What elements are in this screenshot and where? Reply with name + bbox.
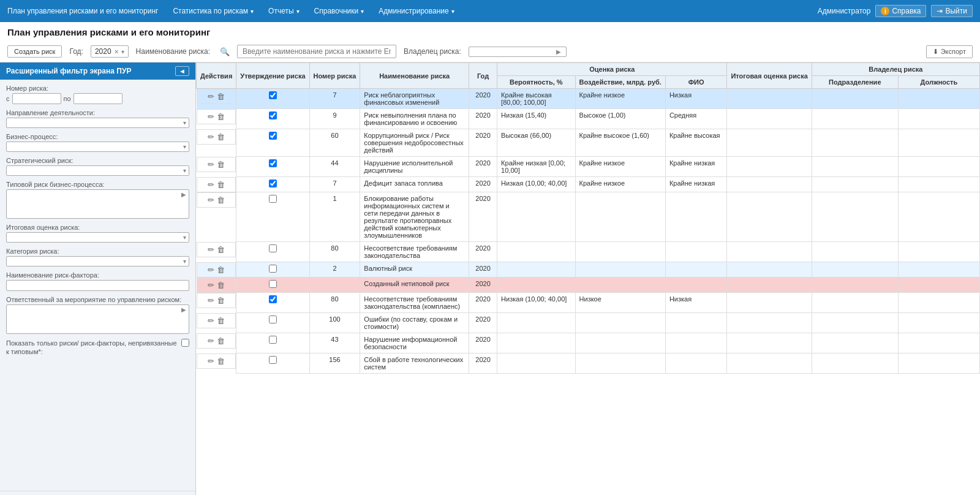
page-title: План управления рисками и его мониторинг <box>7 27 973 37</box>
delete-icon[interactable]: 🗑 <box>217 195 225 205</box>
category-select[interactable]: ▾ <box>6 256 189 266</box>
page-header-section: План управления рисками и его мониторинг <box>0 22 980 40</box>
delete-icon[interactable]: 🗑 <box>217 180 225 189</box>
approval-checkbox[interactable] <box>269 195 277 203</box>
impact-cell <box>575 192 665 242</box>
fio-cell <box>727 333 812 353</box>
delete-icon[interactable]: 🗑 <box>217 296 225 305</box>
number-cell: 43 <box>309 333 360 353</box>
edit-icon[interactable]: ✏ <box>208 160 214 169</box>
impact-cell <box>575 262 665 278</box>
col-year: Год <box>469 63 497 89</box>
subdivision-cell <box>812 293 898 313</box>
impact-cell <box>575 242 665 262</box>
responsible-select[interactable]: ▶ <box>6 304 189 334</box>
strategic-risk-select[interactable]: ▾ <box>6 165 189 176</box>
delete-icon[interactable]: 🗑 <box>217 160 225 169</box>
nav-item-references[interactable]: Справочники ▾ <box>314 7 364 15</box>
table-row: ✏ 🗑 7Дефицит запаса топлива2020Низкая (1… <box>197 177 980 192</box>
total-score-cell: Низкая <box>665 89 727 109</box>
approval-checkbox[interactable] <box>269 111 277 119</box>
position-cell <box>898 333 979 353</box>
approval-cell <box>236 177 309 192</box>
delete-icon[interactable]: 🗑 <box>217 336 225 346</box>
table-row: ✏ 🗑 80Несоответствие требованиям законод… <box>197 242 980 262</box>
filter-risk-number: Номер риска: с по <box>6 85 189 104</box>
filter-show-unlinked: Показать только риски/ риск-факторы, неп… <box>6 339 189 357</box>
nav-item-statistics[interactable]: Статистика по рискам ▾ <box>173 7 254 15</box>
create-risk-button[interactable]: Создать риск <box>7 45 62 58</box>
nav-item-reports[interactable]: Отчеты ▾ <box>268 7 299 15</box>
fio-cell <box>727 192 812 242</box>
sidebar-collapse-button[interactable]: ◄ <box>175 66 189 76</box>
number-cell: 80 <box>309 293 360 313</box>
toolbar: Создать риск Год: 2020 ✕ ▾ Наименование … <box>0 40 980 62</box>
approval-checkbox[interactable] <box>269 244 277 252</box>
risk-factor-input[interactable] <box>6 280 189 291</box>
risk-number-to-input[interactable] <box>74 93 123 104</box>
typical-risk-select[interactable]: ▶ <box>6 189 189 219</box>
approval-checkbox[interactable] <box>269 316 277 323</box>
edit-icon[interactable]: ✏ <box>208 245 214 254</box>
approval-checkbox[interactable] <box>269 179 277 187</box>
col-probability: Вероятность, % <box>497 76 575 89</box>
edit-icon[interactable]: ✏ <box>208 92 214 101</box>
year-dropdown-icon[interactable]: ▾ <box>121 48 124 55</box>
approval-checkbox[interactable] <box>269 336 277 344</box>
export-button[interactable]: ⬇ Экспорт <box>926 45 973 58</box>
nav-item-plan[interactable]: План управления рисками и его мониторинг <box>7 7 158 15</box>
name-cell: Несоответствие требованиям законодательс… <box>360 242 469 262</box>
nav-item-admin[interactable]: Администрирование ▾ <box>379 7 454 15</box>
approval-checkbox[interactable] <box>269 91 277 99</box>
name-cell: Несоответствие требованиям законодательс… <box>360 293 469 313</box>
delete-icon[interactable]: 🗑 <box>217 265 225 274</box>
business-process-select[interactable]: ▾ <box>6 142 189 152</box>
total-score-cell: Крайне низкая <box>665 177 727 192</box>
delete-icon[interactable]: 🗑 <box>217 245 225 254</box>
edit-icon[interactable]: ✏ <box>208 265 214 274</box>
risk-number-from-input[interactable] <box>12 93 61 104</box>
logout-button[interactable]: ⇥ Выйти <box>931 5 973 17</box>
approval-checkbox[interactable] <box>269 295 277 303</box>
search-input[interactable] <box>237 45 396 58</box>
delete-icon[interactable]: 🗑 <box>217 92 225 101</box>
approval-checkbox[interactable] <box>269 265 277 273</box>
delete-icon[interactable]: 🗑 <box>217 281 225 290</box>
year-cell: 2020 <box>469 177 497 192</box>
approval-checkbox[interactable] <box>269 132 277 140</box>
show-unlinked-checkbox[interactable] <box>181 339 189 347</box>
actions-cell: ✏ 🗑 <box>197 157 236 172</box>
position-cell <box>898 89 979 109</box>
approval-checkbox[interactable] <box>269 356 277 364</box>
table-row: ✏ 🗑 1Блокирование работы информационных … <box>197 192 980 242</box>
edit-icon[interactable]: ✏ <box>208 132 214 142</box>
edit-icon[interactable]: ✏ <box>208 316 214 325</box>
edit-icon[interactable]: ✏ <box>208 357 214 366</box>
edit-icon[interactable]: ✏ <box>208 296 214 305</box>
approval-checkbox[interactable] <box>269 159 277 167</box>
delete-icon[interactable]: 🗑 <box>217 316 225 325</box>
edit-icon[interactable]: ✏ <box>208 180 214 189</box>
edit-icon[interactable]: ✏ <box>208 112 214 121</box>
number-cell: 9 <box>309 109 360 129</box>
edit-icon[interactable]: ✏ <box>208 281 214 290</box>
year-cell: 2020 <box>469 278 497 293</box>
delete-icon[interactable]: 🗑 <box>217 357 225 366</box>
actions-cell: ✏ 🗑 <box>197 89 236 104</box>
help-button[interactable]: i Справка <box>875 5 926 17</box>
year-clear-icon[interactable]: ✕ <box>114 48 119 55</box>
approval-checkbox[interactable] <box>269 280 277 288</box>
subdivision-cell <box>812 89 898 109</box>
owner-input[interactable]: ▶ <box>469 47 567 57</box>
delete-icon[interactable]: 🗑 <box>217 112 225 121</box>
delete-icon[interactable]: 🗑 <box>217 132 225 142</box>
total-score-select[interactable]: ▾ <box>6 232 189 243</box>
table-area: Действия Утверждение риска Номер риска Н… <box>196 62 980 495</box>
edit-icon[interactable]: ✏ <box>208 195 214 205</box>
year-select[interactable]: 2020 ✕ ▾ <box>91 45 129 58</box>
edit-icon[interactable]: ✏ <box>208 336 214 346</box>
probability-cell <box>497 278 575 293</box>
position-cell <box>898 157 979 177</box>
filter-total-score: Итоговая оценка риска: ▾ <box>6 224 189 243</box>
direction-select[interactable]: ▾ <box>6 118 189 128</box>
